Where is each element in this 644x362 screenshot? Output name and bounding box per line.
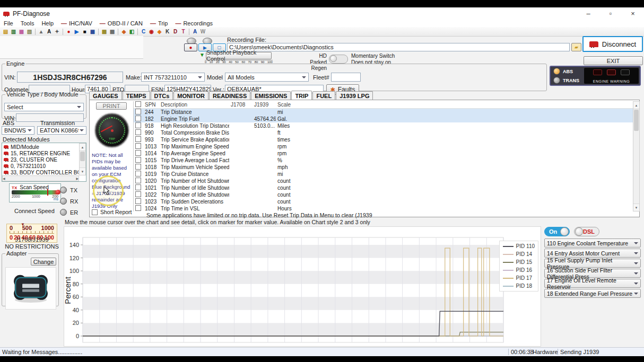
tab-trip[interactable]: TRIP: [291, 91, 312, 100]
tab-fuel[interactable]: FUEL: [312, 91, 335, 100]
open-file-icon[interactable]: ▤: [2, 28, 10, 36]
module-list-item[interactable]: 0, 7573211010: [3, 163, 79, 169]
table-row[interactable]: 1013Trip Maximum Engine Speedrpm: [134, 143, 633, 150]
tps-logo-icon[interactable]: T: [179, 28, 187, 36]
table-row[interactable]: 1021Trip Number of Idle Shutdownscount: [134, 184, 633, 191]
fault-icon[interactable]: ◆: [120, 28, 128, 36]
change-adapter-button[interactable]: Change: [31, 258, 56, 266]
row-checkbox-cell[interactable]: [134, 136, 143, 143]
row-checkbox[interactable]: [135, 157, 141, 163]
row-checkbox-cell[interactable]: [134, 150, 143, 157]
tab-emissions[interactable]: EMISSIONS: [251, 91, 291, 100]
wabco-logo-icon[interactable]: W: [199, 28, 207, 36]
row-checkbox[interactable]: [135, 116, 141, 121]
modules-vscrollbar[interactable]: ▲ ▼: [79, 143, 86, 175]
disconnect-button[interactable]: Disconnect: [582, 36, 643, 52]
pid-dropdown-1[interactable]: 110 Engine Coolant Temperature: [544, 239, 641, 248]
menu-item-help[interactable]: Help: [38, 20, 57, 27]
table-row[interactable]: 1022Trip Number of Idle Shutdown O...cou…: [134, 191, 633, 198]
abs-select[interactable]: BNDWS: [2, 126, 34, 135]
row-checkbox[interactable]: [135, 122, 141, 128]
tab-gauges[interactable]: GAUGES: [89, 91, 122, 100]
row-checkbox[interactable]: [135, 164, 141, 170]
trip-chart[interactable]: 140120100806040200Percent PID 110PID 14P…: [64, 226, 541, 347]
table-scrollbar[interactable]: ▲ ▼: [633, 101, 640, 211]
row-checkbox[interactable]: [135, 184, 141, 190]
table-row[interactable]: 1024Trip Time in VSLHours: [134, 205, 633, 212]
ecm-codes-icon[interactable]: ▩: [108, 28, 116, 36]
pid-dropdown-3[interactable]: 15 Fuel Supply Pump Inlet Pressure: [544, 259, 641, 268]
stop-icon[interactable]: ■: [81, 28, 89, 36]
detroit-logo-icon[interactable]: ◆: [155, 28, 163, 36]
fleet-field[interactable]: [331, 73, 361, 82]
table-row[interactable]: 918High Resolution Trip Distance5103.0..…: [134, 122, 633, 129]
row-checkbox[interactable]: [135, 150, 141, 156]
header-checkbox-cell[interactable]: [134, 101, 143, 108]
tab-dtcs[interactable]: DTCs: [151, 91, 173, 100]
row-checkbox-cell[interactable]: [134, 191, 143, 198]
model-select[interactable]: All Models: [225, 73, 309, 82]
table-row[interactable]: 1015Trip Drive Average Load Factor%: [134, 157, 633, 164]
row-checkbox-cell[interactable]: [134, 143, 143, 150]
record-icon[interactable]: ●: [65, 28, 73, 36]
print-button[interactable]: PRINT: [96, 102, 127, 110]
module-list-item[interactable]: 23, CLUSTER ONE: [3, 156, 79, 163]
row-checkbox-cell[interactable]: [134, 109, 143, 116]
vehicle-type-select[interactable]: Select: [4, 103, 84, 111]
short-report-option[interactable]: Short Report: [92, 209, 132, 215]
pid-dropdown-2[interactable]: 14 Entry Assist Motor Current: [544, 249, 641, 258]
menu-item-trip[interactable]: —Trip: [146, 20, 172, 27]
connection-icon[interactable]: ▥: [10, 28, 18, 36]
select-all-checkbox[interactable]: [135, 101, 141, 107]
scroll-down-icon[interactable]: ▼: [80, 167, 85, 175]
row-checkbox[interactable]: [135, 205, 141, 211]
table-row[interactable]: 244Trip Distancemi: [134, 109, 633, 116]
tab-temps[interactable]: TEMPS: [123, 91, 150, 100]
row-checkbox-cell[interactable]: [134, 184, 143, 191]
close-button[interactable]: ×: [622, 7, 644, 20]
pid-dropdown-6[interactable]: 18 Extended Range Fuel Pressure: [544, 289, 641, 298]
snapshot-grid-icon[interactable]: ▦: [89, 28, 97, 36]
scroll-left-icon[interactable]: ◀: [3, 176, 5, 180]
make-select[interactable]: INT 7573211010: [141, 73, 205, 82]
menu-item-ihc-nav[interactable]: —IHC/NAV: [57, 20, 96, 27]
maximize-button[interactable]: ▫: [599, 7, 622, 20]
short-report-checkbox[interactable]: [92, 209, 98, 215]
font-icon[interactable]: A: [45, 28, 53, 36]
module-list-item[interactable]: MID/Module: [3, 144, 79, 150]
table-row[interactable]: 993Trip Service Brake Applicationstimes: [134, 136, 633, 143]
row-checkbox-cell[interactable]: [134, 205, 143, 212]
tab-monitor[interactable]: MONITOR: [173, 91, 208, 100]
row-checkbox[interactable]: [135, 129, 141, 135]
row-checkbox[interactable]: [135, 136, 141, 142]
dtc-codes-icon[interactable]: ▩: [100, 28, 108, 36]
row-checkbox-cell[interactable]: [134, 198, 143, 205]
play-icon[interactable]: ▶: [73, 28, 81, 36]
cummins-logo-icon[interactable]: ◉: [147, 28, 155, 36]
table-row[interactable]: 990Total Compression Brake Distanceft: [134, 129, 633, 136]
row-checkbox[interactable]: [135, 198, 141, 204]
scroll-up-icon[interactable]: ▲: [633, 102, 639, 109]
row-checkbox-cell[interactable]: [134, 157, 143, 164]
vin-field[interactable]: 1HSDJSJR8CH67296: [17, 72, 123, 83]
menu-item-tools[interactable]: Tools: [17, 20, 38, 27]
table-row[interactable]: 1020Trip Number of Hot Shutdownscount: [134, 178, 633, 184]
table-row[interactable]: 1023Trip Sudden Decelerationscount: [134, 198, 633, 205]
record-button[interactable]: ●: [184, 43, 197, 51]
scroll-down-icon[interactable]: ▼: [633, 204, 639, 211]
scroll-thumb[interactable]: [634, 110, 639, 131]
row-checkbox-cell[interactable]: [134, 116, 143, 122]
modules-hscrollbar[interactable]: ◀▶: [2, 175, 79, 181]
row-checkbox[interactable]: [135, 191, 141, 197]
menu-item-file[interactable]: File: [0, 20, 17, 27]
dsl-toggle[interactable]: DSL: [574, 227, 599, 236]
ddc-logo-icon[interactable]: D: [171, 28, 179, 36]
minimize-button[interactable]: –: [577, 7, 599, 20]
stamp-icon[interactable]: ✦: [53, 28, 61, 36]
row-checkbox[interactable]: [135, 178, 141, 183]
allison-logo-icon[interactable]: A: [191, 28, 199, 36]
row-checkbox-cell[interactable]: [134, 122, 143, 129]
scroll-up-icon[interactable]: ▲: [80, 144, 85, 151]
transmission-select[interactable]: EATON K086696: [37, 126, 86, 135]
detected-modules-list[interactable]: MID/Module15, RETARDER ENGINE23, CLUSTER…: [2, 143, 86, 182]
